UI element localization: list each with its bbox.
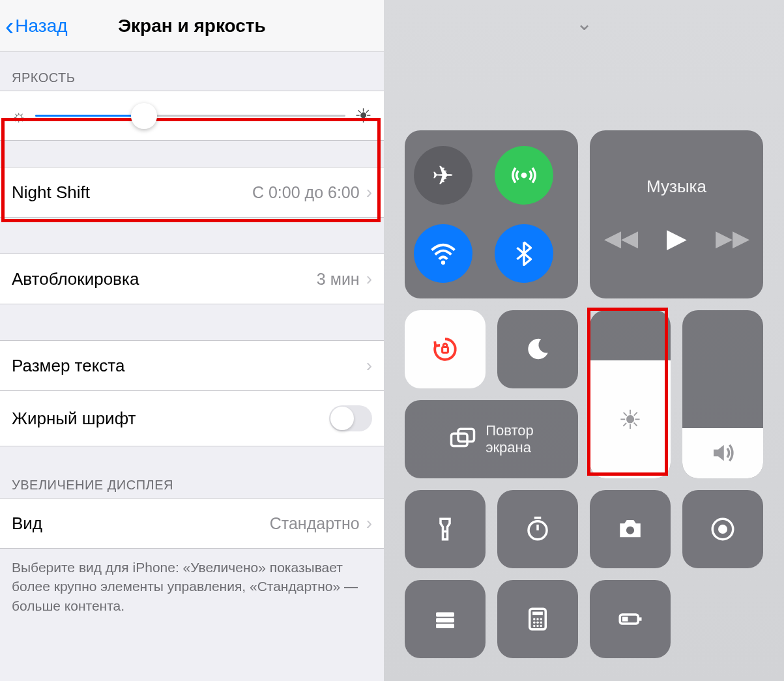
chevron-left-icon: ‹ [5,13,14,39]
volume-vertical-slider[interactable] [682,310,763,478]
bold-text-toggle[interactable] [329,405,372,431]
section-header-brightness: ЯРКОСТЬ [0,52,384,91]
wallet-icon [431,605,459,633]
row-label: Вид [12,514,42,534]
brightness-slider[interactable] [35,115,345,117]
row-label: Размер текста [12,356,124,376]
connectivity-group: ✈ [405,130,578,298]
svg-point-5 [444,530,446,532]
brightness-high-icon: ☀ [355,104,372,127]
next-track-button[interactable]: ▶▶ [716,225,749,251]
svg-point-19 [536,622,539,624]
bluetooth-toggle[interactable] [495,224,553,283]
do-not-disturb-toggle[interactable] [497,310,578,388]
row-value: Стандартно [270,514,360,533]
svg-rect-12 [436,624,454,628]
bluetooth-icon [510,240,538,267]
svg-point-16 [536,618,539,620]
calculator-button[interactable] [497,580,578,658]
svg-rect-25 [639,617,642,620]
low-power-mode-button[interactable] [590,580,671,658]
row-value: 3 мин [317,270,360,289]
timer-icon [524,515,551,543]
svg-point-18 [533,622,536,624]
chevron-right-icon: › [366,513,372,534]
calculator-icon [524,605,551,633]
flashlight-button[interactable] [405,490,486,568]
settings-screen: ‹ Назад Экран и яркость ЯРКОСТЬ ☼ ☀ Nigh… [0,0,384,681]
brightness-vertical-slider[interactable]: ☀ [590,310,671,478]
screen-mirroring-icon [449,426,476,453]
row-bold-text: Жирный шрифт [0,391,384,446]
camera-button[interactable] [590,490,671,568]
empty-slot [682,580,763,658]
wallet-button[interactable] [405,580,486,658]
brightness-highlight-wrap: ☀ [590,310,671,478]
airplane-mode-toggle[interactable]: ✈ [414,146,472,205]
svg-rect-26 [622,617,628,622]
record-icon [709,515,736,543]
page-title: Экран и яркость [118,16,266,36]
chevron-right-icon: › [366,182,372,203]
section-header-display-zoom: УВЕЛИЧЕНИЕ ДИСПЛЕЯ [0,446,384,498]
svg-rect-11 [436,618,454,622]
brightness-low-icon: ☼ [12,107,26,125]
music-label: Музыка [646,177,706,197]
svg-rect-14 [532,612,543,615]
flashlight-icon [431,515,459,543]
play-button[interactable]: ▶ [667,223,687,253]
navbar: ‹ Назад Экран и яркость [0,0,384,52]
slider-fill [35,115,144,117]
chevron-down-icon[interactable]: ⌄ [576,12,592,35]
screen-mirroring-label-2: экрана [486,439,534,456]
screen-mirroring-label-1: Повтор [486,422,534,439]
svg-point-23 [540,625,543,628]
row-text-size[interactable]: Размер текста › [0,340,384,391]
row-value: С 0:00 до 6:00 [252,183,360,202]
svg-point-17 [540,618,543,620]
chevron-right-icon: › [366,355,372,376]
cellular-icon [510,162,538,189]
svg-rect-10 [436,613,454,617]
previous-track-button[interactable]: ◀◀ [604,225,638,251]
music-widget[interactable]: Музыка ◀◀ ▶ ▶▶ [590,130,763,298]
svg-point-22 [536,625,539,628]
brightness-icon: ☀ [618,405,642,435]
svg-point-9 [718,525,727,534]
footer-text: Выберите вид для iPhone: «Увеличено» пок… [0,549,384,624]
row-label: Автоблокировка [12,269,139,289]
wifi-icon [429,240,457,267]
svg-point-20 [540,622,543,624]
row-view[interactable]: Вид Стандартно › [0,498,384,549]
control-center: ⌄ ✈ Музыка ◀◀ ▶ ▶▶ [384,0,784,681]
music-controls: ◀◀ ▶ ▶▶ [604,223,749,253]
svg-point-1 [441,261,445,265]
screen-record-button[interactable] [682,490,763,568]
wifi-toggle[interactable] [414,224,472,283]
svg-point-21 [533,625,536,628]
slider-thumb[interactable] [131,103,157,129]
lock-rotation-icon [431,336,459,363]
row-night-shift[interactable]: Night Shift С 0:00 до 6:00 › [0,167,384,218]
row-auto-lock[interactable]: Автоблокировка 3 мин › [0,254,384,304]
airplane-icon: ✈ [432,160,454,190]
screen-mirroring-button[interactable]: Повтор экрана [405,400,578,478]
svg-point-15 [533,618,536,620]
moon-icon [524,336,551,363]
row-label: Жирный шрифт [12,409,136,429]
svg-point-7 [626,527,634,534]
camera-icon [617,515,644,543]
back-button[interactable]: ‹ Назад [0,13,68,39]
svg-rect-2 [443,347,448,353]
row-label: Night Shift [12,182,90,203]
orientation-lock-toggle[interactable] [405,310,486,388]
back-label: Назад [15,16,67,36]
svg-point-0 [521,173,527,179]
volume-icon [709,439,736,467]
timer-button[interactable] [497,490,578,568]
cellular-data-toggle[interactable] [495,146,553,205]
battery-icon [617,605,644,633]
brightness-slider-row: ☼ ☀ [0,91,384,141]
chevron-right-icon: › [366,268,372,289]
